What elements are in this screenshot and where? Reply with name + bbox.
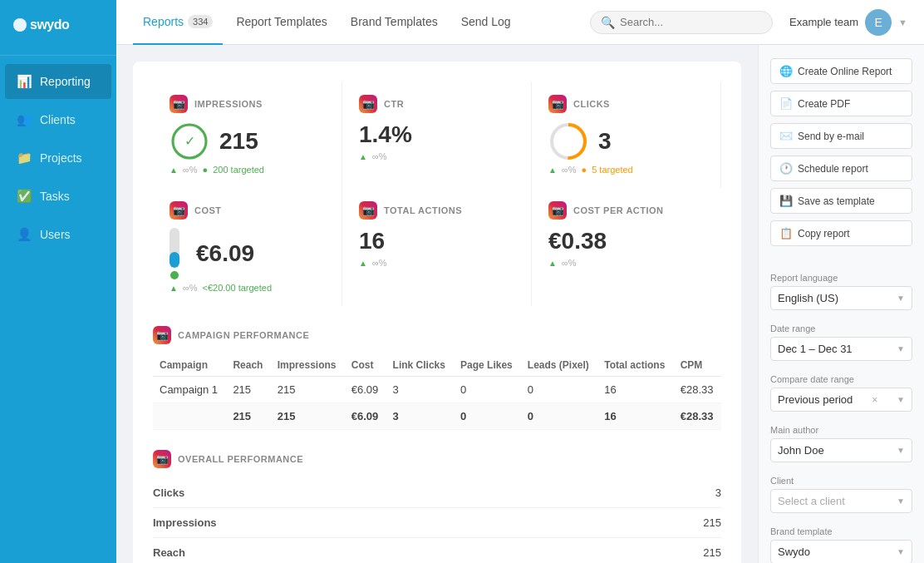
table-row: Campaign 1 215 215 €6.09 3 0 0 16 €28.33 bbox=[153, 377, 721, 403]
total-actions-label: TOTAL ACTIONS bbox=[384, 205, 462, 215]
copy-report-button[interactable]: 📋 Copy report bbox=[770, 220, 912, 246]
ig-icon-total-actions: 📷 bbox=[359, 201, 377, 220]
cost-thermometer bbox=[170, 228, 179, 268]
brand-template-value: Swydo bbox=[778, 546, 810, 558]
cost-per-action-arrow: ▲ bbox=[548, 259, 557, 268]
overall-performance-header: 📷 OVERALL PERFORMANCE bbox=[153, 450, 721, 468]
impressions-targeted: ● bbox=[203, 165, 209, 175]
sidebar-item-clients[interactable]: 👥 Clients bbox=[5, 102, 111, 137]
ctr-value: 1.4% bbox=[359, 121, 412, 148]
overall-clicks-value: 3 bbox=[715, 486, 721, 499]
cost-label: COST bbox=[194, 205, 222, 215]
tab-brand-templates[interactable]: Brand Templates bbox=[341, 0, 448, 45]
tasks-icon: ✅ bbox=[17, 189, 32, 204]
compare-date-range-label: Compare date range bbox=[770, 374, 912, 384]
users-icon: 👤 bbox=[17, 227, 32, 242]
tab-report-templates[interactable]: Report Templates bbox=[226, 0, 337, 45]
td-impressions: 215 bbox=[271, 377, 345, 403]
create-pdf-icon: 📄 bbox=[779, 97, 793, 110]
client-placeholder: Select a client bbox=[778, 495, 845, 507]
thermometer-fill bbox=[170, 252, 179, 268]
search-input[interactable] bbox=[620, 16, 762, 28]
main-author-select[interactable]: John Doe ▼ bbox=[770, 438, 912, 462]
table-row-totals: 215 215 €6.09 3 0 0 16 €28.33 bbox=[153, 403, 721, 430]
cost-per-action-value-row: €0.38 bbox=[548, 228, 705, 254]
create-online-report-button[interactable]: 🌐 Create Online Report bbox=[770, 58, 912, 84]
th-cost: Cost bbox=[345, 354, 386, 377]
metric-ctr: 📷 CTR 1.4% ▲ ∞% bbox=[342, 81, 532, 188]
td-totals-cost: €6.09 bbox=[345, 403, 386, 430]
clicks-sub: ▲ ∞% ● 5 targeted bbox=[548, 165, 704, 175]
impressions-sub: ▲ ∞% ● 200 targeted bbox=[170, 165, 325, 175]
total-actions-arrow: ▲ bbox=[359, 259, 367, 268]
compare-clear-button[interactable]: × bbox=[872, 394, 877, 406]
brand-template-select[interactable]: Swydo ▼ bbox=[770, 540, 912, 563]
compare-chevron: ▼ bbox=[897, 395, 905, 404]
td-totals-link-clicks: 3 bbox=[386, 403, 454, 430]
tab-reports[interactable]: Reports 334 bbox=[133, 0, 223, 45]
td-leads: 0 bbox=[521, 377, 597, 403]
overall-impressions-value: 215 bbox=[703, 516, 721, 529]
ctr-arrow: ▲ bbox=[359, 152, 367, 161]
sidebar-item-reporting[interactable]: 📊 Reporting bbox=[5, 64, 111, 99]
ig-icon-overall: 📷 bbox=[153, 450, 171, 468]
cost-per-action-delta: ∞% bbox=[562, 258, 577, 268]
main-author-section: Main author John Doe ▼ bbox=[770, 425, 912, 462]
th-campaign: Campaign bbox=[153, 354, 226, 377]
report-language-label: Report language bbox=[770, 273, 912, 283]
cost-delta: ∞% bbox=[183, 283, 198, 293]
main-author-value: John Doe bbox=[778, 444, 824, 457]
tab-send-log[interactable]: Send Log bbox=[451, 0, 521, 45]
therm-dot bbox=[170, 271, 179, 279]
schedule-label: Schedule report bbox=[798, 163, 868, 175]
date-range-select[interactable]: Dec 1 – Dec 31 ▼ bbox=[770, 337, 912, 361]
save-template-label: Save as template bbox=[798, 195, 875, 207]
brand-template-chevron: ▼ bbox=[897, 547, 905, 556]
td-totals-reach: 215 bbox=[226, 403, 270, 430]
avatar[interactable]: E bbox=[865, 9, 892, 36]
campaign-performance-header: 📷 CAMPAIGN PERFORMANCE bbox=[153, 326, 721, 344]
metric-cost-per-action: 📷 COST PER ACTION €0.38 ▲ ∞% bbox=[532, 188, 721, 306]
right-panel: 🌐 Create Online Report 📄 Create PDF ✉️ S… bbox=[758, 45, 924, 563]
client-label: Client bbox=[770, 476, 912, 486]
ig-icon-campaign: 📷 bbox=[153, 326, 171, 344]
send-email-button[interactable]: ✉️ Send by e-mail bbox=[770, 123, 912, 149]
th-total-actions: Total actions bbox=[597, 354, 673, 377]
metric-clicks-header: 📷 CLICKS bbox=[548, 95, 704, 113]
date-range-chevron: ▼ bbox=[897, 344, 905, 353]
create-pdf-button[interactable]: 📄 Create PDF bbox=[770, 91, 912, 116]
schedule-report-button[interactable]: 🕐 Schedule report bbox=[770, 156, 912, 181]
search-icon: 🔍 bbox=[601, 16, 615, 29]
sidebar-item-users[interactable]: 👤 Users bbox=[5, 217, 111, 252]
sidebar-item-label: Projects bbox=[40, 151, 82, 165]
sidebar-item-projects[interactable]: 📁 Projects bbox=[5, 141, 111, 175]
reports-badge: 334 bbox=[188, 15, 213, 28]
th-page-likes: Page Likes bbox=[454, 354, 521, 377]
client-select[interactable]: Select a client ▼ bbox=[770, 489, 912, 513]
report-language-select[interactable]: English (US) ▼ bbox=[770, 286, 912, 310]
save-template-button[interactable]: 💾 Save as template bbox=[770, 188, 912, 214]
sidebar-item-tasks[interactable]: ✅ Tasks bbox=[5, 179, 111, 214]
campaign-table: Campaign Reach Impressions Cost Link Cli… bbox=[153, 354, 721, 430]
send-email-icon: ✉️ bbox=[779, 130, 793, 142]
td-total-actions: 16 bbox=[597, 377, 673, 403]
ctr-sub: ▲ ∞% bbox=[359, 151, 514, 161]
compare-date-range-select[interactable]: Previous period × ▼ bbox=[770, 388, 912, 412]
main-author-chevron: ▼ bbox=[897, 446, 905, 455]
sidebar-item-label: Users bbox=[40, 228, 71, 241]
sidebar-item-label: Tasks bbox=[40, 190, 70, 203]
ctr-label: CTR bbox=[384, 99, 404, 109]
td-page-likes: 0 bbox=[454, 377, 521, 403]
impressions-label: IMPRESSIONS bbox=[194, 99, 263, 109]
sidebar-item-label: Reporting bbox=[40, 75, 91, 88]
td-cpm: €28.33 bbox=[674, 377, 721, 403]
brand-template-section: Brand template Swydo ▼ bbox=[770, 526, 912, 563]
brand-template-label: Brand template bbox=[770, 526, 912, 536]
search-bar[interactable]: 🔍 bbox=[590, 11, 773, 34]
metric-impressions-header: 📷 IMPRESSIONS bbox=[170, 95, 325, 113]
td-cost: €6.09 bbox=[345, 377, 386, 403]
total-actions-sub: ▲ ∞% bbox=[359, 258, 514, 268]
total-actions-value-row: 16 bbox=[359, 228, 514, 254]
td-totals-page-likes: 0 bbox=[454, 403, 521, 430]
topnav: Reports 334 Report Templates Brand Templ… bbox=[116, 0, 924, 45]
